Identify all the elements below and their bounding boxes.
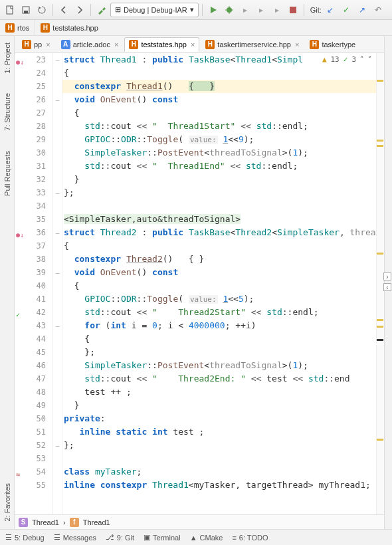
editor-tab[interactable]: Htaskertimerservice.hpp× xyxy=(201,37,304,52)
debug-icon[interactable] xyxy=(222,3,237,17)
project-tool-tab[interactable]: 1: Project xyxy=(3,43,11,73)
editor-tab[interactable]: Hteststates.hpp× xyxy=(124,37,199,52)
adoc-file-icon: A xyxy=(61,40,70,49)
back-icon[interactable] xyxy=(56,3,71,17)
git-history-icon[interactable]: ↗ xyxy=(355,3,369,17)
function-icon: f xyxy=(70,518,79,527)
debug-tool-tab[interactable]: ☰5: Debug xyxy=(5,533,45,542)
new-file-icon[interactable] xyxy=(3,3,17,17)
editor-tab[interactable]: Aarticle.adoc× xyxy=(56,37,124,52)
messages-tool-tab[interactable]: ☰Messages xyxy=(54,533,96,542)
todo-tool-tab[interactable]: ≡6: TODO xyxy=(232,534,268,542)
h-file-icon: H xyxy=(41,23,50,33)
close-icon[interactable]: × xyxy=(295,41,299,49)
structure-tool-tab[interactable]: 7: Structure xyxy=(3,93,11,131)
chevron-down-icon[interactable]: ˅ xyxy=(368,55,372,64)
chevron-right-icon: › xyxy=(63,518,66,526)
editor-tab[interactable]: Htaskertype xyxy=(305,37,360,52)
breadcrumb[interactable]: SThread1 › fThread1 xyxy=(15,514,384,529)
bottom-tool-bar: ☰5: Debug ☰Messages ⎇9: Git ▣Terminal ▲C… xyxy=(0,529,392,545)
refresh-icon[interactable] xyxy=(35,3,49,17)
h-file-icon: H xyxy=(205,40,215,49)
pullrequests-tool-tab[interactable]: Pull Requests xyxy=(3,151,11,196)
navigation-bar: Hrtos Hteststates.hpp xyxy=(0,20,392,36)
git-update-icon[interactable]: ↙ xyxy=(323,3,338,17)
close-icon[interactable]: × xyxy=(114,41,118,49)
svg-rect-4 xyxy=(290,7,296,13)
inspection-summary[interactable]: ▲13 ✓3 ˄ ˅ xyxy=(320,54,375,64)
favorites-tool-tab[interactable]: 2: Favorites xyxy=(3,483,11,521)
left-tool-sidebar: 1: Project 7: Structure Pull Requests 2:… xyxy=(0,36,15,529)
run-icon[interactable] xyxy=(206,3,221,17)
code-editor[interactable]: ▲13 ✓3 ˄ ˅ struct Thread1 : public TaskB… xyxy=(62,53,384,514)
close-icon[interactable]: × xyxy=(46,41,50,49)
build-config-combo[interactable]: ⊞ Debug | Debug-IAR ▾ xyxy=(110,3,199,17)
main-toolbar: ⊞ Debug | Debug-IAR ▾ ▸ ▸ ▸ Git: ↙ ✓ ↗ ↶ xyxy=(0,0,392,20)
right-tool-sidebar: › ‹ xyxy=(384,36,392,529)
git-label: Git: xyxy=(310,6,322,14)
editor-area: Hpp× Aarticle.adoc× Hteststates.hpp× Hta… xyxy=(15,36,384,529)
git-commit-icon[interactable]: ✓ xyxy=(339,3,353,17)
terminal-tool-tab[interactable]: ▣Terminal xyxy=(144,533,181,542)
chevron-down-icon: ▾ xyxy=(190,5,194,14)
close-icon[interactable]: × xyxy=(191,41,195,49)
folder-icon: H xyxy=(5,23,15,33)
h-file-icon: H xyxy=(129,40,138,49)
hammer-icon[interactable] xyxy=(94,3,109,17)
git-tool-tab[interactable]: ⎇9: Git xyxy=(106,533,134,542)
expand-icon[interactable]: › xyxy=(383,272,391,280)
editor-tabs: Hpp× Aarticle.adoc× Hteststates.hpp× Hta… xyxy=(15,36,384,53)
svg-rect-0 xyxy=(7,6,13,14)
svg-point-3 xyxy=(227,7,232,13)
revert-icon[interactable]: ↶ xyxy=(371,3,385,17)
svg-rect-2 xyxy=(24,11,28,13)
coverage-icon[interactable]: ▸ xyxy=(238,3,252,17)
stop-icon[interactable] xyxy=(286,3,300,17)
nav-item[interactable]: Hteststates.hpp xyxy=(35,20,104,36)
profile-icon[interactable]: ▸ xyxy=(254,3,268,17)
save-icon[interactable] xyxy=(19,3,33,17)
chevron-up-icon[interactable]: ˄ xyxy=(360,55,364,64)
h-file-icon: H xyxy=(310,40,319,49)
forward-icon[interactable] xyxy=(72,3,87,17)
cmake-tool-tab[interactable]: ▲CMake xyxy=(190,534,223,542)
h-file-icon: H xyxy=(22,40,31,49)
editor-tab[interactable]: Hpp× xyxy=(17,37,55,52)
attach-icon[interactable]: ▸ xyxy=(270,3,284,17)
line-gutter[interactable]: 23●↓24252627282930313233343536●↓37383940… xyxy=(15,53,53,514)
target-icon: ⊞ xyxy=(115,5,121,14)
nav-item[interactable]: Hrtos xyxy=(0,20,35,36)
fold-column[interactable]: ––––––– xyxy=(53,53,62,514)
collapse-icon[interactable]: ‹ xyxy=(383,283,391,291)
struct-icon: S xyxy=(19,518,28,527)
